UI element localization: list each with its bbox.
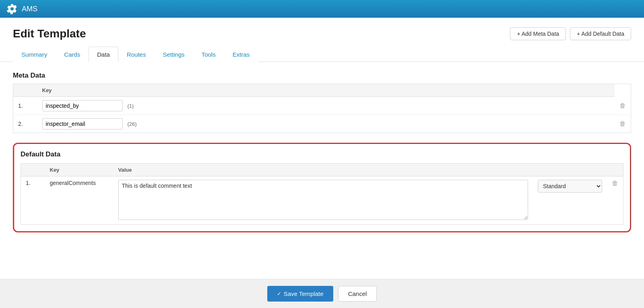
meta-row-1-key-cell: (1) (37, 97, 615, 115)
meta-row-1-count: (1) (127, 103, 134, 109)
tabs-container: Summary Cards Data Routes Settings Tools… (0, 47, 644, 62)
checkmark-icon: ✓ (277, 291, 281, 297)
table-row: 1. (1) 🗑 (13, 97, 631, 115)
default-row-1-delete-cell: 🗑 (607, 177, 623, 225)
default-data-title: Default Data (21, 150, 623, 158)
tab-tools[interactable]: Tools (193, 47, 224, 62)
meta-row-1-key-input[interactable] (42, 100, 123, 111)
tab-routes[interactable]: Routes (118, 47, 155, 62)
page-title: Edit Template (13, 27, 86, 40)
add-meta-data-button[interactable]: + Add Meta Data (510, 27, 566, 40)
default-row-1-delete-icon[interactable]: 🗑 (612, 180, 618, 187)
default-table-header-num (21, 164, 45, 177)
default-table-header-value: Value (114, 164, 533, 177)
default-table-header-del (607, 164, 623, 177)
add-default-data-button[interactable]: + Add Default Data (570, 27, 631, 40)
save-template-label: Save Template (284, 290, 324, 297)
meta-row-2-count: (26) (127, 121, 136, 127)
save-template-button[interactable]: ✓ Save Template (267, 286, 333, 302)
default-row-1-num: 1. (21, 177, 45, 225)
tab-cards[interactable]: Cards (56, 47, 89, 62)
default-table-header-key: Key (45, 164, 114, 177)
meta-row-1-delete-icon[interactable]: 🗑 (619, 102, 626, 109)
default-row-1-value-cell: This is default comment text (114, 177, 533, 225)
meta-row-2-key-input[interactable] (42, 118, 123, 129)
meta-row-2-delete-cell: 🗑 (615, 115, 631, 133)
default-row-1-value-textarea[interactable]: This is default comment text (118, 180, 528, 220)
tab-settings[interactable]: Settings (154, 47, 193, 62)
default-data-table: Key Value 1. generalComments This is def… (21, 163, 623, 225)
brand: AMS (6, 3, 37, 14)
meta-data-section: Meta Data Key 1. (1) (13, 72, 631, 133)
default-table-header-type (533, 164, 607, 177)
page-header: Edit Template + Add Meta Data + Add Defa… (0, 18, 644, 47)
tab-extras[interactable]: Extras (224, 47, 258, 62)
meta-data-table: Key 1. (1) 🗑 2. (13, 84, 631, 133)
meta-data-title: Meta Data (13, 72, 631, 80)
gear-icon (6, 3, 18, 14)
meta-table-header-key: Key (37, 84, 615, 97)
header-actions: + Add Meta Data + Add Default Data (510, 27, 631, 40)
app-name: AMS (22, 5, 37, 13)
default-row-1-type-select[interactable]: Standard Custom Override (538, 180, 602, 193)
cancel-button[interactable]: Cancel (338, 286, 377, 302)
tabs: Summary Cards Data Routes Settings Tools… (13, 47, 631, 62)
table-row: 1. generalComments This is default comme… (21, 177, 623, 225)
default-data-section: Default Data Key Value 1. generalComment… (13, 143, 631, 232)
default-row-1-type-cell: Standard Custom Override (533, 177, 607, 225)
table-row: 2. (26) 🗑 (13, 115, 631, 133)
tab-data[interactable]: Data (89, 47, 118, 62)
default-row-1-key: generalComments (45, 177, 114, 225)
main-content: Edit Template + Add Meta Data + Add Defa… (0, 18, 644, 308)
meta-row-1-num: 1. (13, 97, 37, 115)
navbar: AMS (0, 0, 644, 18)
content-area: Meta Data Key 1. (1) (0, 62, 644, 252)
meta-table-header-num (13, 84, 37, 97)
meta-row-2-num: 2. (13, 115, 37, 133)
meta-row-2-key-cell: (26) (37, 115, 615, 133)
tab-summary[interactable]: Summary (13, 47, 56, 62)
meta-row-1-delete-cell: 🗑 (615, 97, 631, 115)
page-footer: ✓ Save Template Cancel (0, 279, 644, 308)
meta-row-2-delete-icon[interactable]: 🗑 (619, 120, 626, 127)
